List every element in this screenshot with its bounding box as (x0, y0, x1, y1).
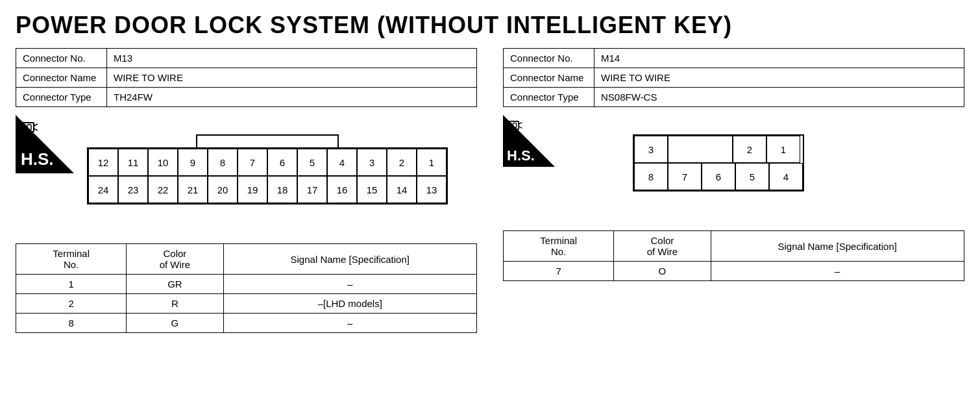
right-connector-type-value: NS08FW-CS (594, 88, 964, 107)
left-connector-type-label: Connector Type (16, 88, 107, 107)
left-td-signal: –[LHD models] (223, 294, 477, 314)
right-connector-diagram: 321 87654 (633, 134, 804, 191)
svg-rect-2 (27, 125, 31, 130)
left-conn-cell: 18 (267, 176, 297, 203)
right-th-terminal: TerminalNo. (504, 231, 614, 262)
right-conn-cell: 8 (634, 163, 668, 190)
left-conn-cell: 2 (387, 149, 417, 176)
left-conn-cell: 11 (118, 149, 148, 176)
left-conn-cell: 6 (267, 149, 297, 176)
left-td-no: 1 (16, 275, 127, 294)
right-th-signal: Signal Name [Specification] (711, 231, 964, 262)
left-connector-section: Connector No. M13 Connector Name WIRE TO… (16, 48, 477, 333)
right-hs-badge: H.S. (503, 115, 555, 167)
left-conn-cell: 5 (297, 149, 327, 176)
left-td-signal: – (223, 314, 477, 333)
left-td-color: GR (127, 275, 223, 294)
left-td-signal: – (223, 275, 477, 294)
table-row: 2R–[LHD models] (16, 294, 477, 314)
left-conn-cell: 4 (327, 149, 357, 176)
left-conn-cell: 17 (297, 176, 327, 203)
left-td-no: 8 (16, 314, 127, 333)
left-td-color: R (127, 294, 223, 314)
left-connector-icon (18, 117, 42, 140)
left-conn-cell: 3 (357, 149, 387, 176)
left-conn-cell: 16 (327, 176, 357, 203)
right-conn-row1: 321 (634, 136, 803, 163)
left-th-signal: Signal Name [Specification] (223, 244, 477, 275)
right-conn-grid: 321 87654 (633, 134, 804, 191)
right-conn-cell: 6 (702, 163, 735, 190)
left-td-color: G (127, 314, 223, 333)
right-conn-cell (668, 136, 733, 163)
left-th-terminal: TerminalNo. (16, 244, 127, 275)
left-conn-cell: 10 (148, 149, 178, 176)
right-td-signal: – (711, 262, 964, 281)
left-conn-cell: 24 (88, 176, 118, 203)
svg-rect-6 (508, 123, 511, 128)
right-connector-section: Connector No. M14 Connector Name WIRE TO… (503, 48, 964, 281)
left-th-color: Colorof Wire (127, 244, 223, 275)
left-conn-cell: 20 (208, 176, 238, 203)
right-connector-name-label: Connector Name (504, 68, 594, 88)
right-connector-no-value: M14 (594, 49, 964, 68)
left-hs-text: H.S. (21, 149, 54, 169)
left-diagram-area: H.S. 121110987654321 2423222120191817161… (16, 115, 477, 232)
left-connector-name-value: WIRE TO WIRE (107, 68, 477, 88)
right-td-color: O (614, 262, 711, 281)
left-terminal-table: TerminalNo. Colorof Wire Signal Name [Sp… (16, 243, 477, 333)
right-connector-no-label: Connector No. (504, 49, 594, 68)
left-conn-cell: 22 (148, 176, 178, 203)
left-connector-name-label: Connector Name (16, 68, 107, 88)
left-conn-cell: 9 (178, 149, 208, 176)
right-conn-cell: 3 (634, 136, 668, 163)
right-conn-cell: 4 (769, 163, 803, 190)
left-conn-cell: 19 (238, 176, 267, 203)
left-conn-row1: 121110987654321 (88, 149, 447, 176)
svg-rect-1 (21, 125, 25, 130)
right-connector-name-value: WIRE TO WIRE (594, 68, 964, 88)
left-conn-row2: 242322212019181716151413 (88, 176, 447, 203)
left-hs-badge: H.S. (16, 115, 74, 173)
left-td-no: 2 (16, 294, 127, 314)
left-conn-cell: 7 (238, 149, 267, 176)
right-conn-cell: 5 (735, 163, 769, 190)
left-conn-cell: 1 (417, 149, 447, 176)
table-row: 7O– (504, 262, 964, 281)
right-diagram-area: H.S. 321 87654 (503, 115, 964, 219)
right-terminal-table: TerminalNo. Colorof Wire Signal Name [Sp… (503, 230, 964, 281)
right-conn-cell: 7 (668, 163, 702, 190)
left-conn-cell: 8 (208, 149, 238, 176)
right-hs-text: H.S. (507, 147, 535, 164)
left-info-table: Connector No. M13 Connector Name WIRE TO… (16, 48, 477, 107)
page-title: POWER DOOR LOCK SYSTEM (WITHOUT INTELLIG… (16, 12, 964, 39)
left-conn-cell: 15 (357, 176, 387, 203)
left-connector-diagram: 121110987654321 242322212019181716151413 (87, 134, 448, 204)
left-conn-cell: 21 (178, 176, 208, 203)
table-row: 1GR– (16, 275, 477, 294)
left-conn-cell: 23 (118, 176, 148, 203)
left-connector-type-value: TH24FW (107, 88, 477, 107)
table-row: 8G– (16, 314, 477, 333)
right-connector-icon (505, 117, 526, 136)
left-conn-cell: 13 (417, 176, 447, 203)
right-td-no: 7 (504, 262, 614, 281)
svg-rect-7 (513, 123, 517, 128)
left-conn-grid: 121110987654321 242322212019181716151413 (87, 147, 448, 204)
left-conn-cell: 14 (387, 176, 417, 203)
right-conn-cell: 1 (766, 136, 800, 163)
left-conn-cell: 12 (88, 149, 118, 176)
right-connector-type-label: Connector Type (504, 88, 594, 107)
right-th-color: Colorof Wire (614, 231, 711, 262)
left-connector-no-label: Connector No. (16, 49, 107, 68)
right-conn-row2: 87654 (634, 163, 803, 190)
right-info-table: Connector No. M14 Connector Name WIRE TO… (503, 48, 964, 107)
left-connector-no-value: M13 (107, 49, 477, 68)
right-conn-cell: 2 (733, 136, 766, 163)
